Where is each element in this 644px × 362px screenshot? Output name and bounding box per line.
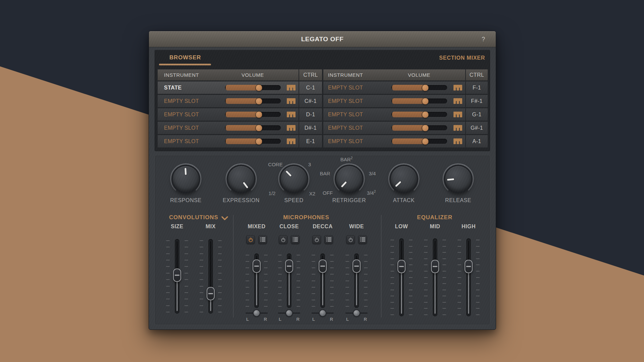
knob-body[interactable] bbox=[390, 165, 418, 193]
fader-thumb[interactable] bbox=[319, 259, 327, 273]
fader-thumb[interactable] bbox=[207, 287, 215, 300]
pan-knob[interactable] bbox=[319, 309, 326, 317]
ctrl-note-label[interactable]: F#-1 bbox=[465, 95, 488, 107]
volume-fill bbox=[392, 138, 426, 144]
volume-thumb[interactable] bbox=[255, 138, 262, 145]
fader-tick bbox=[330, 255, 334, 255]
instrument-slot-row[interactable]: EMPTY SLOTG-1 bbox=[323, 108, 488, 121]
keyboard-icon[interactable] bbox=[453, 98, 462, 104]
mic-power-button[interactable] bbox=[312, 235, 321, 244]
volume-slider[interactable] bbox=[391, 98, 447, 105]
ctrl-note-label[interactable]: G-1 bbox=[465, 108, 488, 121]
volume-thumb[interactable] bbox=[422, 84, 429, 91]
instrument-slot-row[interactable]: EMPTY SLOTF#-1 bbox=[323, 95, 488, 107]
volume-thumb[interactable] bbox=[255, 84, 262, 91]
instrument-slot-row[interactable]: EMPTY SLOTF-1 bbox=[323, 81, 488, 94]
ctrl-note-label[interactable]: E-1 bbox=[299, 135, 322, 147]
convolutions-fader[interactable] bbox=[166, 239, 189, 314]
mic-list-button[interactable] bbox=[258, 235, 267, 244]
mic-list-button[interactable] bbox=[358, 235, 367, 244]
keyboard-icon[interactable] bbox=[453, 125, 462, 131]
ctrl-note-label[interactable]: D-1 bbox=[299, 108, 322, 121]
keyboard-icon[interactable] bbox=[453, 138, 462, 144]
volume-slider[interactable] bbox=[391, 124, 447, 131]
keyboard-icon[interactable] bbox=[287, 85, 296, 90]
mic-list-button[interactable] bbox=[324, 235, 333, 244]
ctrl-note-label[interactable]: C-1 bbox=[299, 81, 322, 94]
fader-thumb[interactable] bbox=[285, 259, 293, 273]
mic-volume-fader[interactable] bbox=[311, 253, 334, 308]
mic-list-button[interactable] bbox=[291, 235, 300, 244]
mic-power-button[interactable] bbox=[279, 235, 287, 244]
knob-option-label: 3/4 bbox=[369, 171, 376, 176]
help-button[interactable]: ? bbox=[482, 31, 485, 47]
fader-tick bbox=[166, 253, 170, 254]
knob-body[interactable] bbox=[444, 165, 472, 193]
volume-thumb[interactable] bbox=[422, 98, 429, 105]
knob-body[interactable] bbox=[227, 165, 255, 193]
keyboard-icon[interactable] bbox=[287, 112, 296, 117]
fader-thumb[interactable] bbox=[353, 259, 361, 273]
pan-knob[interactable] bbox=[285, 309, 293, 317]
fader-thumb[interactable] bbox=[253, 259, 261, 273]
volume-fill bbox=[392, 85, 426, 90]
mic-pan-control[interactable]: LR bbox=[246, 309, 268, 323]
mic-pan-control[interactable]: LR bbox=[345, 309, 368, 323]
fader-thumb[interactable] bbox=[173, 268, 181, 282]
mic-power-button[interactable] bbox=[346, 235, 355, 244]
volume-slider[interactable] bbox=[225, 111, 281, 118]
ctrl-note-label[interactable]: D#-1 bbox=[299, 122, 322, 134]
volume-thumb[interactable] bbox=[422, 111, 429, 118]
keyboard-icon[interactable] bbox=[453, 112, 462, 117]
mic-volume-fader[interactable] bbox=[345, 253, 368, 308]
eq-fader[interactable] bbox=[390, 238, 413, 316]
fader-thumb[interactable] bbox=[465, 260, 473, 273]
instrument-slot-row[interactable]: EMPTY SLOTD#-1 bbox=[158, 122, 322, 134]
volume-slider[interactable] bbox=[225, 84, 281, 91]
knob-body[interactable] bbox=[172, 165, 200, 193]
keyboard-icon[interactable] bbox=[287, 125, 296, 131]
volume-slider[interactable] bbox=[391, 84, 447, 91]
volume-slider[interactable] bbox=[391, 138, 447, 145]
mic-power-button[interactable] bbox=[246, 235, 255, 244]
tab-section-mixer[interactable]: SECTION MIXER bbox=[439, 55, 485, 61]
keyboard-icon[interactable] bbox=[287, 138, 296, 144]
tab-browser[interactable]: BROWSER bbox=[169, 54, 201, 61]
fader-thumb[interactable] bbox=[431, 260, 439, 273]
volume-slider[interactable] bbox=[225, 138, 281, 145]
keyboard-icon[interactable] bbox=[287, 98, 296, 104]
fader-tick bbox=[424, 308, 428, 309]
mic-volume-fader[interactable] bbox=[278, 253, 301, 308]
pan-knob[interactable] bbox=[253, 309, 260, 317]
fader-thumb[interactable] bbox=[397, 260, 406, 273]
eq-fader[interactable] bbox=[424, 238, 446, 316]
ctrl-note-label[interactable]: C#-1 bbox=[299, 95, 322, 107]
knob-body[interactable] bbox=[335, 165, 363, 193]
eq-fader[interactable] bbox=[457, 238, 480, 316]
volume-slider[interactable] bbox=[225, 98, 281, 105]
instrument-slot-row[interactable]: EMPTY SLOTD-1 bbox=[158, 108, 322, 121]
ctrl-note-label[interactable]: G#-1 bbox=[465, 122, 488, 134]
instrument-slot-row[interactable]: EMPTY SLOTC#-1 bbox=[158, 95, 322, 107]
mic-volume-fader[interactable] bbox=[245, 253, 268, 308]
ctrl-note-label[interactable]: F-1 bbox=[465, 81, 488, 94]
knob-body[interactable] bbox=[280, 165, 308, 193]
instrument-slot-row[interactable]: EMPTY SLOTG#-1 bbox=[323, 122, 488, 134]
convolutions-fader[interactable] bbox=[199, 239, 222, 314]
volume-thumb[interactable] bbox=[422, 138, 429, 145]
pan-knob[interactable] bbox=[353, 309, 360, 317]
volume-slider[interactable] bbox=[225, 124, 281, 131]
instrument-slot-row[interactable]: EMPTY SLOTE-1 bbox=[158, 135, 322, 147]
volume-slider[interactable] bbox=[391, 111, 447, 118]
volume-thumb[interactable] bbox=[422, 124, 429, 131]
volume-thumb[interactable] bbox=[255, 124, 262, 131]
volume-thumb[interactable] bbox=[255, 111, 262, 118]
instrument-slot-row[interactable]: EMPTY SLOTA-1 bbox=[323, 135, 488, 147]
mic-pan-control[interactable]: LR bbox=[278, 309, 300, 323]
volume-thumb[interactable] bbox=[255, 98, 262, 105]
convolutions-header[interactable]: CONVOLUTIONS bbox=[169, 214, 228, 221]
mic-pan-control[interactable]: LR bbox=[312, 309, 334, 323]
ctrl-note-label[interactable]: A-1 bbox=[465, 135, 488, 147]
instrument-slot-row[interactable]: STATEC-1 bbox=[158, 81, 322, 94]
keyboard-icon[interactable] bbox=[453, 85, 462, 90]
